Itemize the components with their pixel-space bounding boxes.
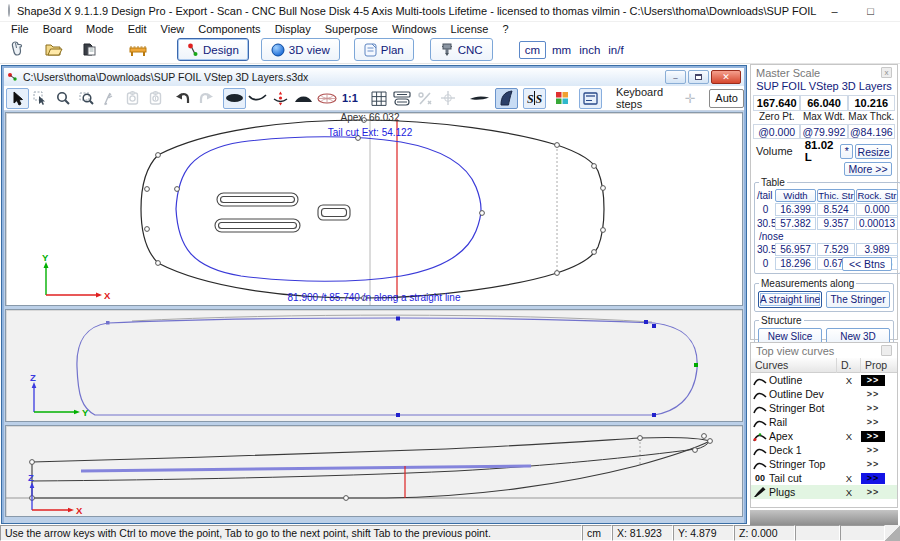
- auto-button[interactable]: Auto: [709, 89, 744, 108]
- marquee-select-tool[interactable]: [29, 88, 52, 109]
- max-thck-value[interactable]: @84.196: [848, 124, 895, 139]
- prop-col-header[interactable]: Prop: [861, 358, 891, 373]
- stringer-curve[interactable]: [32, 441, 710, 481]
- zero-pt-value[interactable]: @0.000: [753, 124, 800, 139]
- profile-view-panel[interactable]: Z X: [5, 425, 743, 517]
- scale-1-1-button[interactable]: 1:1: [338, 92, 362, 104]
- curve-row-outline[interactable]: Outline X >>: [751, 373, 897, 387]
- curve-row-stringer-bot[interactable]: Stringer Bot >>: [751, 401, 897, 415]
- resize-button[interactable]: Resize: [855, 144, 892, 159]
- more-button[interactable]: More >>: [844, 162, 892, 176]
- pan-tool[interactable]: [98, 88, 121, 109]
- board-outline-curve[interactable]: [141, 120, 604, 298]
- thic-str-col-button[interactable]: Thic. Str: [817, 189, 855, 202]
- curve-row-deck-1[interactable]: Deck 1 >>: [751, 443, 897, 457]
- outline-view-icon[interactable]: [223, 88, 246, 109]
- maximize-icon[interactable]: □: [852, 0, 888, 22]
- unit-inf[interactable]: in/f: [604, 44, 627, 56]
- menu-windows[interactable]: Windows: [385, 23, 444, 35]
- fin-box-slots[interactable]: [215, 193, 350, 232]
- star-button[interactable]: *: [840, 144, 853, 159]
- resize-grip[interactable]: [885, 525, 900, 541]
- redo-icon[interactable]: [194, 88, 217, 109]
- menu-superpose[interactable]: Superpose: [318, 23, 385, 35]
- doc-minimize-icon[interactable]: –: [665, 70, 686, 84]
- fin-tool-icon[interactable]: [495, 88, 518, 109]
- curve-row-rail[interactable]: Rail >>: [751, 415, 897, 429]
- s-s-curvature-icon[interactable]: SS: [523, 88, 546, 109]
- copy-slice-tool[interactable]: [121, 88, 144, 109]
- rocker-view-icon[interactable]: [246, 88, 269, 109]
- straight-line-button[interactable]: A straight line: [758, 291, 822, 308]
- prop-button[interactable]: >>: [861, 389, 885, 400]
- design-mode-button[interactable]: Design: [177, 38, 249, 61]
- colors-icon[interactable]: [551, 88, 574, 109]
- 3d-view-button[interactable]: 3D view: [261, 38, 340, 61]
- width-value[interactable]: 66.040: [800, 95, 847, 111]
- cnc-button[interactable]: CNC: [430, 38, 493, 61]
- menu-mode[interactable]: Mode: [79, 23, 121, 35]
- zoom-area-tool[interactable]: [75, 88, 98, 109]
- thickness-value[interactable]: 10.216: [848, 95, 895, 111]
- slice-curve[interactable]: [77, 318, 697, 415]
- stringer-button[interactable]: The Stringer: [826, 291, 890, 308]
- import-file-icon[interactable]: [77, 38, 103, 62]
- machine-bed-icon[interactable]: [125, 38, 151, 62]
- curves-panel-button[interactable]: [881, 345, 892, 356]
- prop-button[interactable]: >>: [861, 473, 885, 484]
- grid-icon[interactable]: [368, 88, 391, 109]
- curve-row-plugs[interactable]: Plugs X >>: [751, 485, 897, 499]
- board-profile-icon[interactable]: [468, 88, 491, 109]
- open-folder-icon[interactable]: [41, 38, 67, 62]
- max-wdt-value[interactable]: @79.992: [800, 124, 847, 139]
- menu-components[interactable]: Components: [191, 23, 267, 35]
- width-col-button[interactable]: Width: [775, 189, 816, 202]
- menu-view[interactable]: View: [154, 23, 192, 35]
- zoom-tool[interactable]: [52, 88, 75, 109]
- menu-file[interactable]: File: [4, 23, 36, 35]
- menu-help[interactable]: ?: [495, 23, 515, 35]
- menu-board[interactable]: Board: [36, 23, 79, 35]
- rock-str-col-button[interactable]: Rock. Str: [856, 189, 898, 202]
- length-value[interactable]: 167.640: [753, 95, 800, 111]
- master-scale-close-icon[interactable]: x: [881, 67, 892, 78]
- wireframe-view-icon[interactable]: [315, 88, 338, 109]
- measure-icon[interactable]: [414, 88, 437, 109]
- properties-panel-icon[interactable]: [579, 88, 602, 109]
- control-points[interactable]: [145, 118, 606, 301]
- slice-control-points[interactable]: [106, 317, 698, 418]
- top-view-panel[interactable]: Apex: 66.032 Tail cut Ext: 54.122 81.900…: [5, 112, 743, 306]
- prop-button[interactable]: >>: [861, 445, 885, 456]
- curve-row-stringer-top[interactable]: Stringer Top >>: [751, 457, 897, 471]
- deck-profile-curve[interactable]: [32, 437, 710, 462]
- grid-settings-icon[interactable]: [391, 88, 414, 109]
- deck-view-icon[interactable]: [292, 88, 315, 109]
- menu-license[interactable]: License: [444, 23, 496, 35]
- unit-cm[interactable]: cm: [519, 41, 546, 59]
- paste-slice-tool[interactable]: [144, 88, 167, 109]
- prop-button[interactable]: >>: [861, 487, 885, 498]
- doc-close-icon[interactable]: ✕: [711, 70, 741, 84]
- crosshair-icon[interactable]: [437, 88, 460, 109]
- plan-button[interactable]: Plan: [354, 38, 414, 61]
- slice-view-panel[interactable]: Z Y: [5, 309, 743, 422]
- undo-icon[interactable]: [171, 88, 194, 109]
- close-icon[interactable]: ✕: [888, 0, 900, 22]
- unit-inch[interactable]: inch: [575, 44, 604, 56]
- select-arrow-tool[interactable]: [6, 88, 29, 109]
- move-cross-icon[interactable]: ✛: [678, 88, 701, 109]
- prop-button[interactable]: >>: [861, 459, 885, 470]
- doc-restore-icon[interactable]: [688, 70, 709, 84]
- prop-button[interactable]: >>: [861, 375, 885, 386]
- slice-view-icon[interactable]: [269, 88, 292, 109]
- menu-display[interactable]: Display: [268, 23, 318, 35]
- d-col-header[interactable]: D.: [837, 358, 861, 373]
- prop-button[interactable]: >>: [861, 403, 885, 414]
- btns-toggle-button[interactable]: << Btns: [842, 257, 892, 271]
- curves-col-header[interactable]: Curves: [751, 358, 837, 373]
- curve-row-apex[interactable]: Apex X >>: [751, 429, 897, 443]
- menu-edit[interactable]: Edit: [121, 23, 154, 35]
- curve-row-tail-cut[interactable]: 00 Tail cut X >>: [751, 471, 897, 485]
- minimize-icon[interactable]: –: [816, 0, 852, 22]
- curve-row-outline-dev[interactable]: Outline Dev >>: [751, 387, 897, 401]
